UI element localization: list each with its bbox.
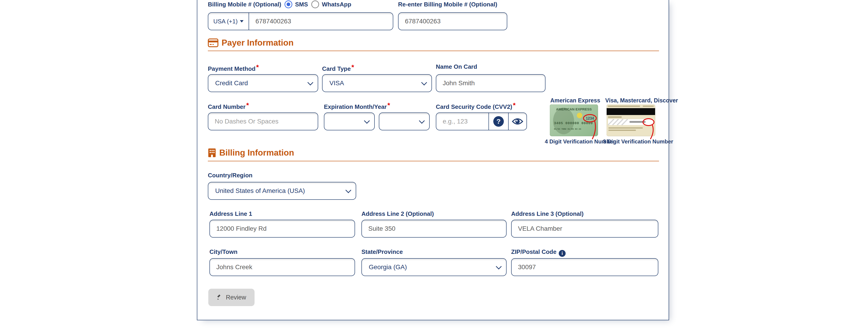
state-select[interactable]: Georgia (GA): [362, 258, 506, 276]
address1-label: Address Line 1: [210, 210, 252, 217]
chevron-down-icon: [345, 187, 351, 193]
payment-method-select[interactable]: Credit Card: [208, 74, 318, 92]
review-button[interactable]: Review: [208, 289, 254, 306]
billing-mobile-label: Billing Mobile # (Optional): [208, 1, 281, 8]
country-label: Country/Region: [208, 172, 252, 179]
expiration-year-select[interactable]: [379, 113, 430, 130]
required-asterisk: *: [351, 63, 354, 71]
cvv-input[interactable]: [436, 113, 489, 130]
eye-icon: [512, 117, 524, 126]
country-select[interactable]: United States of America (USA): [208, 182, 356, 200]
billing-section-divider: [208, 161, 659, 161]
card-type-label: Card Type: [322, 65, 351, 72]
billing-mobile-input[interactable]: [249, 13, 393, 30]
visa-card-back-image: [607, 104, 658, 143]
card-type-select[interactable]: VISA: [322, 74, 432, 92]
payment-method-value: Credit Card: [215, 80, 248, 87]
svg-text:1234: 1234: [586, 116, 594, 120]
state-value: Georgia (GA): [369, 264, 407, 271]
card-type-value: VISA: [330, 80, 344, 87]
required-asterisk: *: [256, 63, 259, 71]
card-number-label: Card Number: [208, 103, 246, 110]
billing-section-title: Billing Information: [219, 148, 294, 158]
amex-cvv-caption: 4 Digit Verification Number: [545, 139, 606, 145]
zip-label: ZIP/Postal Code: [511, 248, 556, 255]
payment-method-label: Payment Method: [208, 65, 255, 72]
question-circle-icon: ?: [493, 116, 504, 127]
expiration-month-select[interactable]: [324, 113, 375, 130]
caret-down-icon: [240, 20, 244, 23]
payment-form-panel: Billing Mobile # (Optional) SMS WhatsApp…: [197, 0, 669, 320]
reenter-mobile-input[interactable]: [399, 13, 507, 30]
cvv-show-button[interactable]: [508, 113, 526, 130]
visa-cvv-caption: 3 Digit Verification Number: [603, 139, 662, 145]
state-label: State/Province: [362, 248, 403, 255]
sms-radio[interactable]: [284, 0, 292, 8]
chevron-down-icon: [307, 80, 313, 85]
cvv-label: Card Security Code (CVV2): [436, 103, 512, 110]
sms-radio-label[interactable]: SMS: [295, 1, 308, 8]
amex-card-title: American Express: [550, 97, 601, 104]
address1-input[interactable]: [210, 220, 354, 237]
visa-card-title: Visa, Mastercard, Discover: [605, 97, 658, 104]
required-asterisk: *: [388, 101, 390, 109]
expiration-label: Expiration Month/Year: [324, 103, 387, 110]
payer-section-title: Payer Information: [222, 38, 294, 48]
city-input[interactable]: [210, 259, 354, 276]
credit-card-icon: [208, 38, 218, 47]
whatsapp-radio-label[interactable]: WhatsApp: [322, 1, 351, 8]
zip-input[interactable]: [512, 259, 658, 276]
pencil-icon: [217, 294, 223, 300]
address2-input[interactable]: [362, 220, 506, 237]
cvv-help-button[interactable]: ?: [489, 113, 508, 130]
card-number-input[interactable]: [208, 113, 318, 130]
chevron-down-icon: [421, 80, 427, 85]
required-asterisk: *: [513, 101, 516, 109]
amex-card-image: AMERICAN EXPRESS 3405 000000 00000 01/03…: [550, 104, 601, 143]
info-icon[interactable]: i: [559, 250, 566, 257]
name-on-card-label: Name On Card: [436, 63, 477, 70]
whatsapp-radio[interactable]: [311, 0, 319, 8]
chevron-down-icon: [496, 264, 501, 269]
city-label: City/Town: [210, 248, 237, 255]
address3-input[interactable]: [512, 220, 658, 237]
country-code-value: USA (+1): [213, 18, 238, 25]
country-value: United States of America (USA): [215, 187, 305, 195]
required-asterisk: *: [246, 101, 249, 109]
reenter-mobile-label: Re-enter Billing Mobile # (Optional): [398, 1, 497, 8]
chevron-down-icon: [419, 118, 425, 123]
building-icon: [208, 148, 216, 158]
svg-text:3405 000000 00000: 3405 000000 00000: [554, 121, 593, 125]
chevron-down-icon: [364, 118, 370, 123]
address3-label: Address Line 3 (Optional): [511, 210, 584, 217]
address2-label: Address Line 2 (Optional): [362, 210, 434, 217]
review-button-label: Review: [226, 294, 246, 301]
country-code-selector[interactable]: USA (+1): [208, 13, 249, 30]
svg-text:AMERICAN EXPRESS: AMERICAN EXPRESS: [556, 107, 592, 111]
payer-section-divider: [208, 51, 659, 51]
svg-text:01/03 THRU 01/05 03 AX: 01/03 THRU 01/05 03 AX: [554, 128, 581, 130]
name-on-card-input[interactable]: [436, 75, 545, 92]
